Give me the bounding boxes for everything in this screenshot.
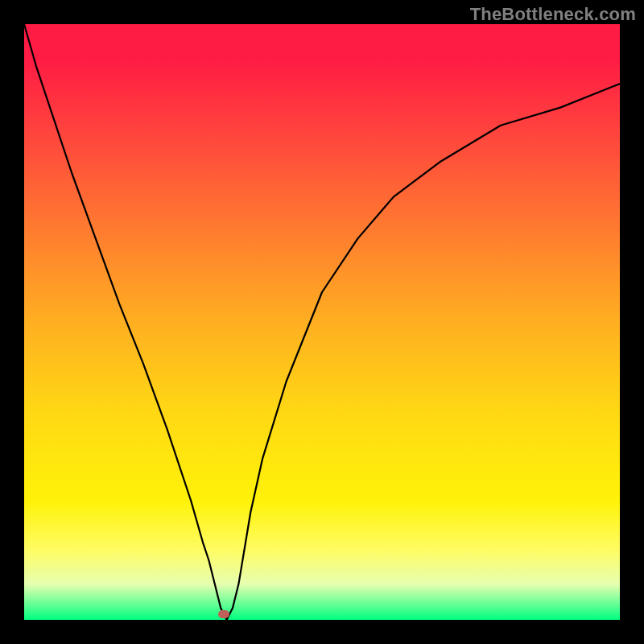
plot-area	[24, 24, 620, 620]
curve-layer	[24, 24, 620, 620]
bottleneck-curve	[24, 24, 620, 620]
attribution-label: TheBottleneck.com	[470, 4, 636, 25]
chart-frame: TheBottleneck.com	[0, 0, 644, 644]
optimum-marker	[218, 610, 229, 618]
